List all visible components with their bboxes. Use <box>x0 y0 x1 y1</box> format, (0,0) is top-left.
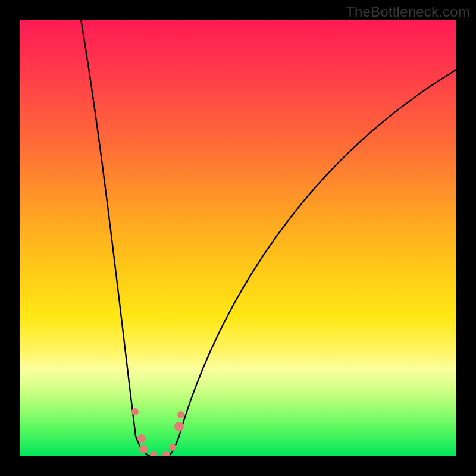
data-marker <box>150 451 157 456</box>
data-marker <box>174 422 184 431</box>
bottleneck-curve-right <box>168 70 456 456</box>
chart-frame: TheBottleneck.com <box>0 0 476 476</box>
data-marker <box>169 444 176 451</box>
chart-svg <box>20 20 456 456</box>
bottleneck-curve-left <box>81 20 151 456</box>
data-marker <box>139 445 148 453</box>
watermark-text: TheBottleneck.com <box>346 4 470 20</box>
data-marker <box>177 411 184 418</box>
data-marker <box>131 408 139 415</box>
data-marker <box>137 434 146 443</box>
data-marker <box>162 451 170 456</box>
plot-area <box>20 20 456 456</box>
curve-group <box>81 20 456 456</box>
marker-group <box>131 408 184 456</box>
